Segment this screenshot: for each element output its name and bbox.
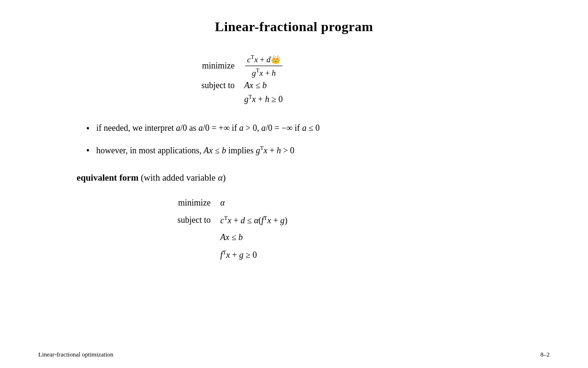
bullet-item-1: • if needed, we interpret a/0 as a/0 = +… [86, 122, 511, 135]
minimize-row-2: minimize α [153, 196, 225, 210]
equiv-title: equivalent form (with added variable α) [77, 172, 511, 184]
subject-to-row1: subject to Ax ≤ b [172, 80, 267, 91]
subject-to-row2-2: Ax ≤ b [153, 231, 243, 244]
bullet-item-2: • however, in most applications, Ax ≤ b … [86, 144, 511, 157]
constraint2-1-content: cTx + d ≤ α(fTx + g) [220, 215, 287, 226]
constraint2-content: gTx + h ≥ 0 [244, 93, 283, 104]
subject-to-row2: gTx + h ≥ 0 [172, 93, 283, 104]
bullet-text-1: if needed, we interpret a/0 as a/0 = +∞ … [96, 122, 320, 135]
subject-to-label-2: subject to [153, 215, 211, 225]
footer-right: 8–2 [541, 351, 550, 358]
subject-to-row2-1: subject to cTx + d ≤ α(fTx + g) [153, 214, 287, 227]
minimize-label-2: minimize [153, 198, 211, 208]
bullet-dot-1: • [86, 122, 90, 135]
title-text: Linear-fractional program [215, 19, 373, 34]
footer-left: Linear-fractional optimization [38, 351, 113, 358]
bullet-dot-2: • [86, 144, 90, 157]
minimize-row: minimize cTx + d👑 gTx + h [172, 54, 283, 78]
constraint2-2-content: Ax ≤ b [220, 232, 243, 242]
constraint2-3-content: fTx + g ≥ 0 [220, 249, 257, 260]
equiv-title-bold: equivalent form [77, 172, 138, 183]
constraint1-content: Ax ≤ b [244, 80, 267, 91]
minimize-content: cTx + d👑 gTx + h [244, 54, 283, 78]
first-problem-block: minimize cTx + d👑 gTx + h subject to Ax … [172, 54, 283, 107]
second-problem-block: minimize α subject to cTx + d ≤ α(fTx + … [153, 196, 550, 265]
bullet-section: • if needed, we interpret a/0 as a/0 = +… [86, 122, 511, 157]
footer: Linear-fractional optimization 8–2 [0, 351, 588, 358]
subject-to-label: subject to [172, 80, 235, 91]
minimize-label: minimize [172, 61, 235, 71]
minimize-content-2: α [220, 198, 225, 208]
page-title: Linear-fractional program [38, 19, 550, 34]
equiv-title-rest: (with added variable α) [138, 172, 226, 183]
subject-to-row2-3: fTx + g ≥ 0 [153, 248, 257, 262]
bullet-text-2: however, in most applications, Ax ≤ b im… [96, 144, 294, 157]
